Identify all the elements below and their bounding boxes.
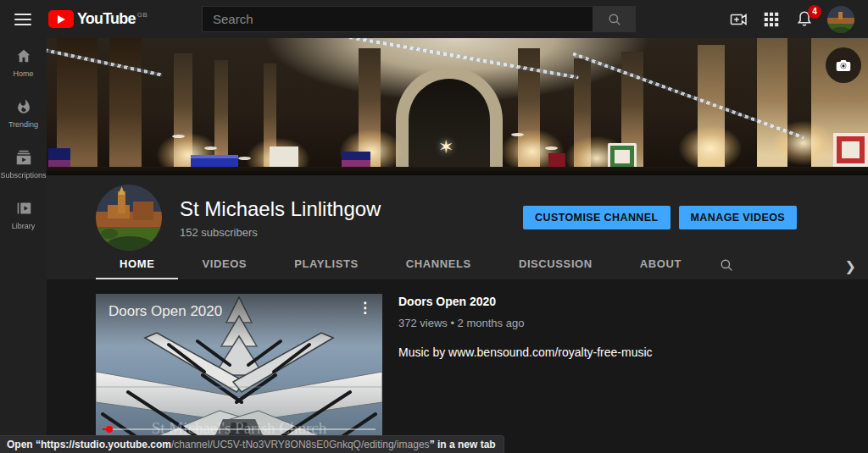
manage-videos-button[interactable]: MANAGE VIDEOS bbox=[679, 206, 797, 229]
banner-screen bbox=[48, 148, 70, 168]
banner-arch-window-glass bbox=[409, 79, 490, 175]
search-button[interactable] bbox=[593, 6, 636, 32]
sidebar-label: Subscriptions bbox=[0, 171, 46, 180]
featured-video-player[interactable]: Doors Open 2020 ⋮ St Michael's Parish Ch… bbox=[96, 294, 382, 453]
youtube-logo-text: YouTube bbox=[77, 10, 136, 28]
library-icon bbox=[14, 199, 33, 218]
channel-header: St Michaels Linlithgow 152 subscribers C… bbox=[47, 175, 868, 279]
channel-banner[interactable]: ✶ bbox=[47, 38, 868, 175]
trending-icon bbox=[14, 97, 33, 116]
banner-hanging-lamp bbox=[238, 157, 251, 160]
hamburger-menu-icon[interactable] bbox=[14, 14, 31, 25]
create-video-icon[interactable] bbox=[728, 9, 748, 30]
chevron-right-icon[interactable]: ❯ bbox=[845, 258, 856, 274]
kebab-menu-icon[interactable]: ⋮ bbox=[358, 301, 372, 315]
sidebar-item-subscriptions[interactable]: Subscriptions bbox=[0, 140, 47, 191]
banner-star-ornament: ✶ bbox=[438, 136, 453, 158]
video-description: Music by www.bensound.com/royalty-free-m… bbox=[398, 345, 653, 359]
search-icon bbox=[607, 12, 622, 27]
video-meta: 372 views • 2 months ago bbox=[398, 317, 653, 329]
tab-videos[interactable]: VIDEOS bbox=[178, 250, 270, 279]
banner-uplight bbox=[679, 126, 742, 170]
edit-banner-camera-button[interactable] bbox=[826, 47, 861, 83]
sidebar-label: Library bbox=[12, 222, 36, 230]
banner-hanging-lamp bbox=[172, 135, 185, 138]
search-icon bbox=[719, 257, 734, 273]
player-overlay-title: Doors Open 2020 bbox=[108, 303, 222, 320]
browser-status-bubble: Open “https://studio.youtube.com/channel… bbox=[0, 435, 504, 453]
main-content: ✶ bbox=[47, 38, 868, 453]
search-area bbox=[202, 6, 636, 32]
apps-grid-icon[interactable] bbox=[761, 9, 782, 30]
tab-about[interactable]: ABOUT bbox=[616, 250, 705, 279]
home-icon bbox=[14, 47, 33, 65]
tab-home[interactable]: HOME bbox=[96, 250, 178, 279]
mini-sidebar: Home Trending Subscriptions Library bbox=[0, 38, 47, 453]
notifications-bell-icon[interactable]: 4 bbox=[794, 9, 815, 30]
status-prefix: Open “ bbox=[7, 439, 41, 450]
subscriptions-icon bbox=[14, 148, 33, 167]
sidebar-label: Trending bbox=[8, 120, 38, 129]
banner-floor bbox=[47, 167, 868, 175]
youtube-region-label: GB bbox=[137, 11, 148, 19]
sidebar-item-home[interactable]: Home bbox=[0, 38, 47, 89]
channel-avatar[interactable] bbox=[96, 185, 162, 251]
customise-channel-button[interactable]: CUSTOMISE CHANNEL bbox=[523, 206, 670, 229]
sidebar-label: Home bbox=[13, 69, 33, 78]
search-input[interactable] bbox=[202, 6, 593, 32]
player-top-gradient bbox=[96, 294, 382, 346]
status-path: /channel/UC5V-tNo3VRY8ON8sE0GnkqQ/editin… bbox=[171, 439, 430, 450]
channel-meta: St Michaels Linlithgow 152 subscribers bbox=[180, 197, 381, 239]
channel-tabs: HOME VIDEOS PLAYLISTS CHANNELS DISCUSSIO… bbox=[96, 250, 868, 279]
channel-action-buttons: CUSTOMISE CHANNEL MANAGE VIDEOS bbox=[523, 206, 797, 229]
home-tab-content: Doors Open 2020 ⋮ St Michael's Parish Ch… bbox=[47, 279, 868, 453]
banner-hanging-lamp bbox=[545, 146, 558, 150]
tab-playlists[interactable]: PLAYLISTS bbox=[270, 250, 382, 279]
youtube-logo[interactable]: YouTube GB bbox=[48, 10, 147, 28]
banner-hanging-lamp bbox=[511, 133, 524, 136]
featured-video-info: Doors Open 2020 372 views • 2 months ago… bbox=[398, 294, 653, 453]
tab-channels[interactable]: CHANNELS bbox=[382, 250, 495, 279]
youtube-play-icon bbox=[48, 10, 74, 28]
notification-badge: 4 bbox=[808, 5, 821, 19]
sidebar-item-library[interactable]: Library bbox=[0, 191, 47, 241]
video-title[interactable]: Doors Open 2020 bbox=[398, 295, 653, 308]
banner-hanging-lamp bbox=[204, 146, 217, 150]
status-origin: https://studio.youtube.com bbox=[41, 439, 171, 450]
channel-subscriber-count: 152 subscribers bbox=[180, 226, 381, 239]
channel-name: St Michaels Linlithgow bbox=[180, 197, 381, 221]
top-bar: YouTube GB bbox=[0, 0, 868, 38]
player-progress-bar[interactable] bbox=[103, 428, 376, 430]
banner-hanging-sign bbox=[833, 133, 868, 167]
topbar-actions: 4 bbox=[728, 0, 854, 38]
banner-pillar bbox=[109, 38, 142, 175]
sidebar-item-trending[interactable]: Trending bbox=[0, 89, 47, 140]
tab-discussion[interactable]: DISCUSSION bbox=[495, 250, 616, 279]
channel-search-button[interactable] bbox=[705, 250, 748, 279]
status-suffix: ” in a new tab bbox=[430, 439, 496, 450]
player-progress-handle[interactable] bbox=[106, 426, 113, 433]
camera-icon bbox=[834, 56, 853, 75]
account-avatar[interactable] bbox=[827, 6, 854, 33]
